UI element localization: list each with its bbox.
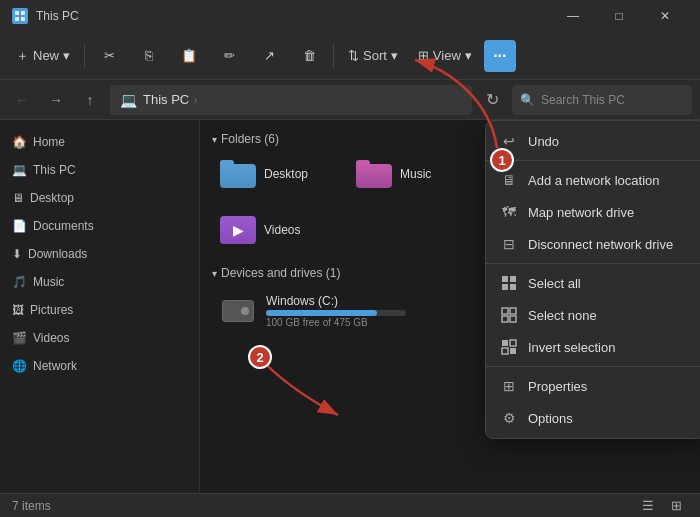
add-network-icon: 🖥: [500, 171, 518, 189]
svg-rect-4: [502, 276, 508, 282]
title-bar: This PC — □ ✕: [0, 0, 700, 32]
menu-separator: [486, 160, 700, 161]
drives-chevron-icon: ▾: [212, 268, 217, 279]
annotation-circle-1: 1: [490, 148, 514, 172]
refresh-button[interactable]: ↻: [478, 86, 506, 114]
menu-item-options[interactable]: ⚙ Options: [486, 402, 700, 434]
menu-item-select-all[interactable]: Select all: [486, 267, 700, 299]
menu-item-select-none[interactable]: Select none: [486, 299, 700, 331]
properties-icon: ⊞: [500, 377, 518, 395]
sort-icon: ⇅: [348, 48, 359, 63]
music-icon: 🎵: [12, 275, 27, 289]
downloads-icon: ⬇: [12, 247, 22, 261]
toolbar: ＋ New ▾ ✂ ⎘ 📋 ✏ ↗ 🗑 ⇅ Sort ▾ ⊞ View ▾ ··…: [0, 32, 700, 80]
svg-rect-3: [21, 17, 25, 21]
folders-chevron-icon: ▾: [212, 134, 217, 145]
content-area: ▾ Folders (6) Desktop Music: [200, 120, 700, 493]
rename-button[interactable]: ✏: [211, 38, 247, 74]
sidebar-item-desktop[interactable]: 🖥 Desktop: [0, 184, 199, 212]
menu-item-properties[interactable]: ⊞ Properties: [486, 370, 700, 402]
list-item[interactable]: ▶ Videos: [212, 210, 332, 250]
window-title: This PC: [36, 9, 79, 23]
back-button[interactable]: ←: [8, 86, 36, 114]
svg-rect-1: [21, 11, 25, 15]
menu-item-invert[interactable]: Invert selection: [486, 331, 700, 363]
sidebar-item-this-pc[interactable]: 💻 This PC: [0, 156, 199, 184]
new-icon: ＋: [16, 47, 29, 65]
menu-item-add-network[interactable]: 🖥 Add a network location: [486, 164, 700, 196]
svg-rect-13: [510, 340, 516, 346]
sort-button[interactable]: ⇅ Sort ▾: [340, 38, 406, 74]
menu-separator2: [486, 263, 700, 264]
map-drive-icon: 🗺: [500, 203, 518, 221]
options-icon: ⚙: [500, 409, 518, 427]
search-box[interactable]: 🔍 Search This PC: [512, 85, 692, 115]
sidebar-item-home[interactable]: 🏠 Home: [0, 128, 199, 156]
invert-icon: [500, 338, 518, 356]
sidebar-item-pictures[interactable]: 🖼 Pictures: [0, 296, 199, 324]
home-icon: 🏠: [12, 135, 27, 149]
svg-rect-10: [502, 316, 508, 322]
sidebar-item-documents[interactable]: 📄 Documents: [0, 212, 199, 240]
sidebar: 🏠 Home 💻 This PC 🖥 Desktop 📄 Documents ⬇…: [0, 120, 200, 493]
details-view-button[interactable]: ☰: [636, 496, 660, 516]
menu-item-undo[interactable]: ↩ Undo: [486, 125, 700, 157]
new-chevron-icon: ▾: [63, 48, 70, 63]
disconnect-icon: ⊟: [500, 235, 518, 253]
maximize-button[interactable]: □: [596, 0, 642, 32]
grid-view-button[interactable]: ⊞: [664, 496, 688, 516]
separator2: [333, 44, 334, 68]
list-item[interactable]: Music: [348, 154, 468, 194]
more-options-button[interactable]: ···: [484, 40, 516, 72]
address-bar: ← → ↑ 💻 This PC › ↻ 🔍 Search This PC: [0, 80, 700, 120]
close-button[interactable]: ✕: [642, 0, 688, 32]
music-folder-icon: [356, 160, 392, 188]
minimize-button[interactable]: —: [550, 0, 596, 32]
desktop-folder-icon: [220, 160, 256, 188]
view-mode-controls: ☰ ⊞: [636, 496, 688, 516]
svg-rect-9: [510, 308, 516, 314]
videos-icon: 🎬: [12, 331, 27, 345]
paste-button[interactable]: 📋: [171, 38, 207, 74]
forward-button[interactable]: →: [42, 86, 70, 114]
share-button[interactable]: ↗: [251, 38, 287, 74]
thispc-icon: 💻: [12, 163, 27, 177]
view-button[interactable]: ⊞ View ▾: [410, 38, 480, 74]
annotation-circle-2: 2: [248, 345, 272, 369]
svg-rect-0: [15, 11, 19, 15]
cut-button[interactable]: ✂: [91, 38, 127, 74]
sidebar-item-videos[interactable]: 🎬 Videos: [0, 324, 199, 352]
list-item[interactable]: Desktop: [212, 154, 332, 194]
window-controls: — □ ✕: [550, 0, 688, 32]
svg-rect-8: [502, 308, 508, 314]
new-button[interactable]: ＋ New ▾: [8, 38, 78, 74]
up-button[interactable]: ↑: [76, 86, 104, 114]
menu-separator3: [486, 366, 700, 367]
title-bar-left: This PC: [12, 8, 79, 24]
delete-button[interactable]: 🗑: [291, 38, 327, 74]
menu-item-disconnect[interactable]: ⊟ Disconnect network drive: [486, 228, 700, 260]
address-path[interactable]: 💻 This PC ›: [110, 85, 472, 115]
sidebar-item-music[interactable]: 🎵 Music: [0, 268, 199, 296]
hdd-icon: [220, 296, 256, 326]
videos-folder-icon: ▶: [220, 216, 256, 244]
view-icon: ⊞: [418, 48, 429, 63]
drive-bar-container: [266, 310, 406, 316]
music-label: Music: [400, 167, 431, 181]
svg-rect-7: [510, 284, 516, 290]
pictures-icon: 🖼: [12, 303, 24, 317]
sidebar-item-network[interactable]: 🌐 Network: [0, 352, 199, 380]
select-all-icon: [500, 274, 518, 292]
sort-chevron-icon: ▾: [391, 48, 398, 63]
svg-rect-6: [502, 284, 508, 290]
sidebar-item-downloads[interactable]: ⬇ Downloads: [0, 240, 199, 268]
documents-icon: 📄: [12, 219, 27, 233]
svg-rect-2: [15, 17, 19, 21]
main-layout: 🏠 Home 💻 This PC 🖥 Desktop 📄 Documents ⬇…: [0, 120, 700, 493]
separator: [84, 44, 85, 68]
menu-item-map-drive[interactable]: 🗺 Map network drive: [486, 196, 700, 228]
items-count: 7 items: [12, 499, 51, 513]
view-chevron-icon: ▾: [465, 48, 472, 63]
svg-rect-15: [510, 348, 516, 354]
copy-button[interactable]: ⎘: [131, 38, 167, 74]
